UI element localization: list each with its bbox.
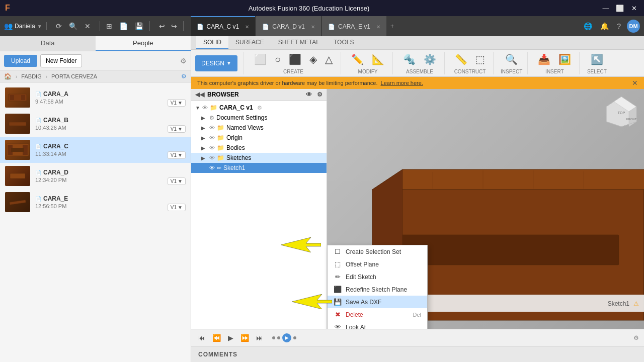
- construct-axis-btn[interactable]: ⬚: [472, 52, 488, 67]
- create-revolve-btn[interactable]: ○: [272, 52, 284, 67]
- inspect-measure-btn[interactable]: 🔍: [502, 52, 521, 67]
- help-icon[interactable]: ?: [615, 21, 623, 31]
- file-item-cara-b[interactable]: 📄CARA_B 10:43:26 AM V1▼: [0, 111, 191, 137]
- svg-marker-10: [281, 237, 321, 252]
- tab-cara-d-close[interactable]: ✕: [311, 24, 315, 30]
- tree-origin[interactable]: ▶ 👁 📁 Origin: [191, 133, 327, 143]
- ctx-look-at[interactable]: 👁 Look At: [328, 321, 427, 329]
- tree-sketches[interactable]: ▶ 👁 📁 Sketches: [191, 153, 327, 163]
- tree-sketch1[interactable]: 👁 ✏ Sketch1: [191, 163, 327, 173]
- close-icon[interactable]: ✕: [83, 21, 93, 31]
- playback-next-button[interactable]: ⏩: [238, 333, 251, 343]
- browser-collapse-icon[interactable]: ◀◀: [195, 91, 204, 98]
- playback-start-button[interactable]: ⏮: [196, 333, 207, 343]
- ribbon-tab-solid[interactable]: SOLID: [196, 36, 228, 49]
- file-icon[interactable]: 📄: [117, 21, 130, 31]
- playback-settings-icon[interactable]: ⚙: [633, 334, 639, 341]
- browser-settings-icon[interactable]: ⚙: [317, 91, 323, 98]
- tab-cara-c[interactable]: 📄 CARA_C v1 ✕: [191, 16, 256, 36]
- tree-doc-settings[interactable]: ▶ ⚙ Document Settings: [191, 113, 327, 123]
- assemble-new-component-btn[interactable]: 🔩: [400, 52, 419, 67]
- viewport[interactable]: ◀◀ BROWSER 👁 ⚙ ▼ 👁 📁 CARA_C v1 ⚙: [191, 89, 644, 329]
- upload-button[interactable]: Upload: [4, 55, 37, 67]
- close-button[interactable]: ✕: [629, 5, 639, 12]
- tab-cara-e[interactable]: 📄 CARA_E v1 ✕: [322, 16, 386, 36]
- file-item-cara-a[interactable]: 📄CARA_A 9:47:58 AM V1▼: [0, 84, 191, 111]
- user-name[interactable]: Daniela: [15, 23, 35, 30]
- create-loft-btn[interactable]: ◈: [306, 52, 320, 67]
- home-icon[interactable]: 🏠: [4, 73, 12, 80]
- insert-canvas-btn[interactable]: 🖼️: [555, 52, 574, 67]
- redo-icon[interactable]: ↪: [169, 21, 179, 31]
- tree-named-views-expand-icon: ▶: [201, 125, 207, 131]
- insert-insert-btn[interactable]: 📥: [535, 52, 553, 67]
- new-folder-button[interactable]: New Folder: [40, 54, 82, 67]
- undo-icon[interactable]: ↩: [157, 21, 167, 31]
- file-item-cara-e[interactable]: 📄CARA_E 12:56:50 PM V1▼: [0, 189, 191, 215]
- modify-fillet-btn[interactable]: 📐: [369, 52, 387, 67]
- file-item-cara-c[interactable]: 📄CARA_C 11:33:14 AM V1▼: [0, 137, 191, 163]
- tree-sketch1-eye-icon[interactable]: 👁: [209, 165, 215, 171]
- comments-bar[interactable]: COMMENTS: [191, 346, 644, 362]
- ribbon-tab-sheetmetal[interactable]: SHEET METAL: [271, 36, 327, 49]
- panel-tab-bar: Data People: [0, 36, 191, 51]
- user-dropdown-icon[interactable]: ▼: [37, 24, 42, 29]
- tree-bodies[interactable]: ▶ 👁 📁 Bodies: [191, 143, 327, 153]
- ctx-delete[interactable]: ✖ Delete Del: [328, 308, 427, 321]
- tree-named-views[interactable]: ▶ 👁 📁 Named Views: [191, 123, 327, 133]
- minimize-button[interactable]: —: [601, 5, 611, 12]
- notification-icon[interactable]: 🔔: [598, 21, 611, 31]
- modify-press-pull-btn[interactable]: ✏️: [348, 52, 367, 67]
- design-dropdown-button[interactable]: DESIGN ▼: [195, 55, 237, 71]
- ribbon-group-modify-label: MODIFY: [358, 69, 378, 74]
- construct-offset-plane-btn[interactable]: 📏: [452, 52, 470, 67]
- create-sweep-btn[interactable]: ⬛: [286, 52, 304, 67]
- ctx-offset-plane[interactable]: ⬚ Offset Plane: [328, 258, 427, 270]
- breadcrumb: 🏠 › FABDIG › PORTA CERVEZA ⚙: [0, 71, 191, 82]
- ctx-save-as-dxf[interactable]: 💾 Save As DXF: [328, 296, 427, 308]
- assemble-joint-btn[interactable]: ⚙️: [421, 52, 439, 67]
- select-btn[interactable]: ↖️: [588, 52, 606, 67]
- new-tab-button[interactable]: +: [387, 16, 397, 36]
- search-icon[interactable]: 🔍: [67, 21, 79, 31]
- file-item-cara-d[interactable]: 📄CARA_D 12:34:20 PM V1▼: [0, 163, 191, 189]
- playback-prev-button[interactable]: ⏪: [210, 333, 223, 343]
- browser-eye-icon[interactable]: 👁: [306, 91, 312, 98]
- ctx-redefine-sketch-plane[interactable]: ⬛ Redefine Sketch Plane: [328, 283, 427, 296]
- tree-origin-eye-icon[interactable]: 👁: [209, 135, 215, 141]
- tab-cara-e-close[interactable]: ✕: [376, 24, 380, 30]
- breadcrumb-folder[interactable]: PORTA CERVEZA: [51, 73, 97, 79]
- refresh-icon[interactable]: ⟳: [54, 21, 64, 31]
- svg-rect-9: [10, 200, 26, 205]
- tree-root[interactable]: ▼ 👁 📁 CARA_C v1 ⚙: [191, 103, 327, 113]
- breadcrumb-fabdig[interactable]: FABDIG: [21, 73, 41, 79]
- tree-sketches-eye-icon[interactable]: 👁: [209, 155, 215, 161]
- grid-icon[interactable]: ⊞: [104, 21, 114, 31]
- warning-link[interactable]: Learn more here.: [381, 80, 423, 86]
- maximize-button[interactable]: ⬜: [615, 5, 625, 12]
- create-extrude-btn[interactable]: ⬜: [251, 52, 270, 67]
- tab-cara-c-close[interactable]: ✕: [245, 24, 249, 30]
- ctx-create-selection-set[interactable]: ☐ Create Selection Set: [328, 245, 427, 258]
- settings-icon[interactable]: ⚙: [180, 57, 187, 65]
- save-icon[interactable]: 💾: [133, 21, 145, 31]
- tree-named-views-eye-icon[interactable]: 👁: [209, 125, 215, 131]
- tab-cara-d[interactable]: 📄 CARA_D v1 ✕: [256, 16, 321, 36]
- playback-play-button[interactable]: ▶: [226, 333, 235, 343]
- tree-root-eye-icon[interactable]: 👁: [202, 105, 208, 111]
- ribbon-tab-tools[interactable]: TOOLS: [327, 36, 361, 49]
- tab-cara-c-icon: 📄: [197, 24, 204, 30]
- ribbon-tab-surface[interactable]: SURFACE: [228, 36, 271, 49]
- viewcube[interactable]: TOP FRONT: [604, 94, 639, 129]
- playback-end-button[interactable]: ⏭: [254, 333, 265, 343]
- create-more-btn[interactable]: △: [322, 52, 336, 67]
- data-tab[interactable]: Data: [0, 36, 96, 51]
- main-layout: Data People Upload New Folder ⚙ 🏠 › FABD…: [0, 36, 644, 362]
- tree-bodies-eye-icon[interactable]: 👁: [209, 145, 215, 151]
- user-avatar[interactable]: DM: [627, 20, 640, 33]
- breadcrumb-settings-icon[interactable]: ⚙: [181, 73, 187, 80]
- ctx-edit-sketch[interactable]: ✏ Edit Sketch: [328, 270, 427, 283]
- dismiss-warning-button[interactable]: ✕: [632, 79, 638, 87]
- people-tab[interactable]: People: [96, 36, 191, 51]
- help-online-icon[interactable]: 🌐: [582, 21, 594, 31]
